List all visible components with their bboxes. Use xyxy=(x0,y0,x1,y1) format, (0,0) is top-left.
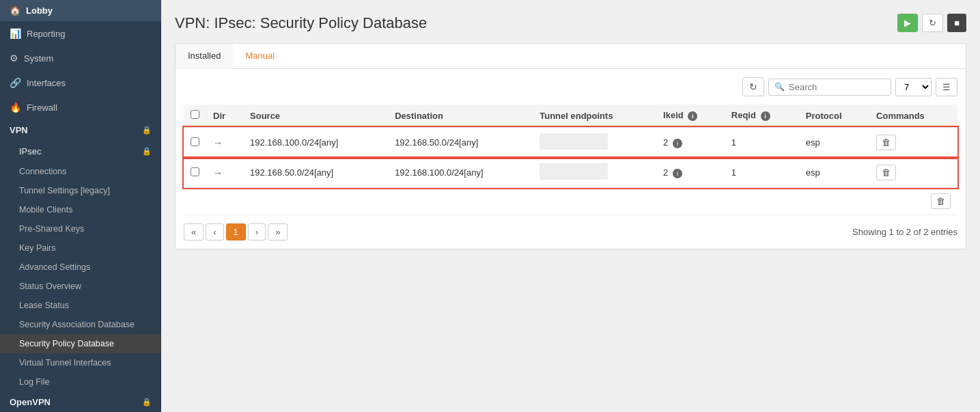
log-file-label: Log File xyxy=(19,377,49,387)
col-header-commands: Commands xyxy=(869,105,957,127)
col-header-source: Source xyxy=(243,105,388,127)
pagination-buttons: « ‹ 1 › » xyxy=(184,223,288,241)
pag-prev-button[interactable]: ‹ xyxy=(206,223,223,241)
sidebar-sub-tunnel-settings[interactable]: Tunnel Settings [legacy] xyxy=(0,181,161,200)
sidebar-sub-log-file[interactable]: Log File xyxy=(0,372,161,392)
row1-checkbox[interactable] xyxy=(191,137,199,146)
row1-tunnel-endpoints xyxy=(533,127,656,158)
sidebar: 🏠 Lobby 📊 Reporting ⚙ System 🔗 Interface… xyxy=(0,0,161,412)
vpn-lock-icon: 🔒 xyxy=(142,126,152,135)
play-button[interactable]: ▶ xyxy=(897,14,918,32)
row2-dir-arrow: → xyxy=(213,167,223,178)
interfaces-icon: 🔗 xyxy=(10,77,21,88)
row2-delete-button[interactable]: 🗑 xyxy=(876,165,896,180)
sidebar-item-firewall[interactable]: 🔥 Firewall xyxy=(0,95,161,120)
sidebar-sub-key-pairs[interactable]: Key Pairs xyxy=(0,238,161,258)
row2-checkbox[interactable] xyxy=(191,167,199,176)
connections-label: Connections xyxy=(19,167,67,176)
pagination: « ‹ 1 › » Showing 1 to 2 of 2 entries xyxy=(184,223,957,241)
pag-page1-button[interactable]: 1 xyxy=(226,223,246,241)
sidebar-item-interfaces[interactable]: 🔗 Interfaces xyxy=(0,70,161,95)
row3-delete-button[interactable]: 🗑 xyxy=(931,193,951,209)
table-row: → 192.168.100.0/24[any] 192.168.50.0/24[… xyxy=(184,127,957,158)
row1-destination: 192.168.50.0/24[any] xyxy=(388,127,533,158)
layout-button[interactable]: ☰ xyxy=(936,78,957,96)
sidebar-sub-mobile-clients[interactable]: Mobile Clients xyxy=(0,200,161,219)
pag-first-button[interactable]: « xyxy=(184,223,204,241)
tab-bar: Installed Manual xyxy=(175,43,966,69)
row1-ikeid-info[interactable]: i xyxy=(673,139,682,148)
sidebar-firewall-label: Firewall xyxy=(27,102,57,113)
sidebar-item-openvpn[interactable]: OpenVPN 🔒 xyxy=(0,392,161,412)
reqid-info-icon[interactable]: i xyxy=(761,111,770,121)
pag-last-button[interactable]: » xyxy=(268,223,288,241)
refresh-button[interactable]: ↻ xyxy=(922,14,943,32)
sidebar-sub-lease-status[interactable]: Lease Status xyxy=(0,296,161,315)
ikeid-info-icon[interactable]: i xyxy=(688,111,697,121)
header-actions: ▶ ↻ ■ xyxy=(897,14,966,32)
row1-dir: → xyxy=(206,127,243,158)
sidebar-sub-connections[interactable]: Connections xyxy=(0,162,161,181)
tab-manual[interactable]: Manual xyxy=(233,44,287,69)
lease-status-label: Lease Status xyxy=(19,301,69,310)
sidebar-sub-security-policy[interactable]: Security Policy Database xyxy=(0,334,161,353)
row2-tunnel-endpoints xyxy=(533,158,656,188)
row2-dir: → xyxy=(206,158,243,188)
security-policy-label: Security Policy Database xyxy=(19,339,114,348)
security-association-label: Security Association Database xyxy=(19,320,135,329)
sidebar-item-reporting[interactable]: 📊 Reporting xyxy=(0,21,161,46)
stop-button[interactable]: ■ xyxy=(947,14,966,32)
table-row: → 192.168.50.0/24[any] 192.168.100.0/24[… xyxy=(184,158,957,188)
spd-table: Dir Source Destination Tunnel endpoints … xyxy=(184,105,957,215)
row1-delete-button[interactable]: 🗑 xyxy=(876,135,896,150)
col-header-checkbox xyxy=(184,105,206,127)
row1-reqid: 1 xyxy=(725,127,799,158)
row1-commands: 🗑 xyxy=(869,127,957,158)
table-toolbar: ↻ 🔍 7 10 25 ☰ xyxy=(184,77,957,96)
sidebar-vpn-label: VPN xyxy=(10,125,28,135)
row2-protocol: esp xyxy=(799,158,869,188)
search-input[interactable] xyxy=(789,82,885,92)
sidebar-sub-security-association[interactable]: Security Association Database xyxy=(0,315,161,334)
row2-ikeid: 2 i xyxy=(656,158,725,188)
row1-protocol: esp xyxy=(799,127,869,158)
table-row-empty: 🗑 xyxy=(184,188,957,215)
sidebar-lobby[interactable]: 🏠 Lobby xyxy=(0,0,161,21)
sidebar-sub-status-overview[interactable]: Status Overview xyxy=(0,277,161,296)
sidebar-openvpn-label: OpenVPN xyxy=(10,397,51,407)
virtual-tunnel-label: Virtual Tunnel Interfaces xyxy=(19,358,111,368)
search-icon: 🔍 xyxy=(774,82,785,92)
col-header-tunnel-endpoints: Tunnel endpoints xyxy=(533,105,656,127)
openvpn-lock-icon: 🔒 xyxy=(142,398,152,407)
page-header: VPN: IPsec: Security Policy Database ▶ ↻… xyxy=(175,14,966,32)
rows-per-page-select[interactable]: 7 10 25 xyxy=(895,78,932,96)
sidebar-item-vpn[interactable]: VPN 🔒 xyxy=(0,120,161,141)
select-all-checkbox[interactable] xyxy=(191,110,199,119)
tunnel-settings-label: Tunnel Settings [legacy] xyxy=(19,186,110,195)
table-container: ↻ 🔍 7 10 25 ☰ Dir xyxy=(175,69,966,249)
empty-row-commands: 🗑 xyxy=(184,188,957,215)
mobile-clients-label: Mobile Clients xyxy=(19,205,73,215)
pag-next-button[interactable]: › xyxy=(248,223,266,241)
row2-commands: 🗑 xyxy=(869,158,957,188)
sidebar-sub-pre-shared-keys[interactable]: Pre-Shared Keys xyxy=(0,219,161,238)
tab-installed[interactable]: Installed xyxy=(176,44,233,69)
sidebar-sub-advanced-settings[interactable]: Advanced Settings xyxy=(0,258,161,277)
sidebar-sub-virtual-tunnel[interactable]: Virtual Tunnel Interfaces xyxy=(0,353,161,372)
pre-shared-keys-label: Pre-Shared Keys xyxy=(19,224,84,234)
col-header-protocol: Protocol xyxy=(799,105,869,127)
search-wrap: 🔍 xyxy=(768,79,891,96)
main-content: VPN: IPsec: Security Policy Database ▶ ↻… xyxy=(161,0,980,412)
sidebar-ipsec-label: IPsec xyxy=(19,146,42,156)
row2-ikeid-info[interactable]: i xyxy=(673,169,682,178)
sidebar-item-ipsec[interactable]: IPsec 🔒 xyxy=(0,141,161,162)
page-title: VPN: IPsec: Security Policy Database xyxy=(175,14,427,32)
sidebar-item-system[interactable]: ⚙ System xyxy=(0,46,161,70)
col-header-dir: Dir xyxy=(206,105,243,127)
row2-checkbox-cell xyxy=(184,158,206,188)
row1-ikeid: 2 i xyxy=(656,127,725,158)
row2-reqid: 1 xyxy=(725,158,799,188)
pagination-entries: Showing 1 to 2 of 2 entries xyxy=(852,227,957,237)
toolbar-refresh-button[interactable]: ↻ xyxy=(742,77,764,96)
key-pairs-label: Key Pairs xyxy=(19,243,56,253)
